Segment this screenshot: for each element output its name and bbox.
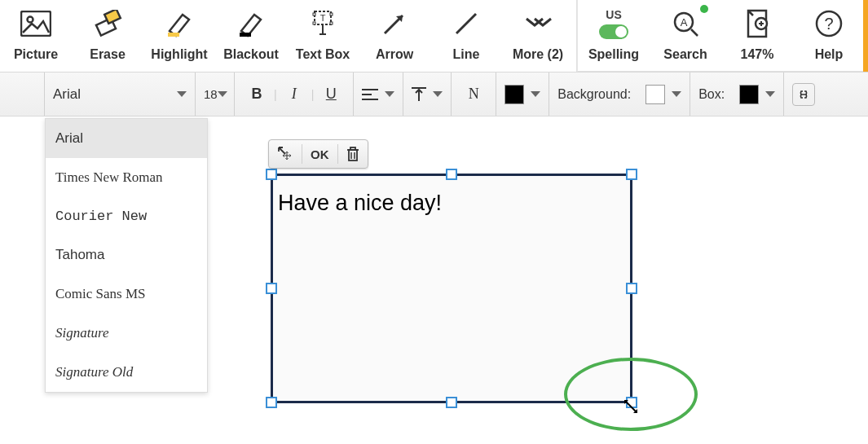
picture-icon <box>20 5 51 42</box>
search-tool[interactable]: A Search <box>650 0 721 72</box>
align-left-icon <box>362 88 378 101</box>
background-color-select[interactable]: Background: <box>549 73 690 116</box>
format-left-pad <box>0 73 45 116</box>
resize-handle-top-left[interactable] <box>266 169 277 180</box>
zoom-tool[interactable]: 147% <box>721 0 793 72</box>
spelling-label: Spelling <box>588 47 639 62</box>
spelling-toggle[interactable] <box>599 24 628 39</box>
toolbar-right-group: US Spelling A Search 147% ? Help <box>577 0 865 72</box>
delete-button[interactable] <box>338 140 368 168</box>
resize-handle-bottom-left[interactable] <box>266 397 277 408</box>
picture-label: Picture <box>14 47 58 62</box>
background-color-swatch <box>645 85 665 104</box>
canvas-workspace[interactable]: Arial Times New Roman Courier New Tahoma… <box>0 116 868 444</box>
textbox-label: Text Box <box>296 47 350 62</box>
svg-rect-27 <box>349 150 357 160</box>
text-color-select[interactable] <box>496 73 549 116</box>
box-color-swatch <box>739 85 759 104</box>
font-option-courier[interactable]: Courier New <box>46 197 207 235</box>
text-style-group: B | I | U <box>235 73 354 116</box>
blackout-icon <box>236 5 266 42</box>
move-icon <box>277 146 293 162</box>
textbox-float-bar: OK <box>268 139 368 169</box>
ok-button[interactable]: OK <box>302 140 337 168</box>
erase-tool[interactable]: Erase <box>72 0 143 72</box>
svg-rect-0 <box>21 11 51 36</box>
box-color-select[interactable]: Box: <box>690 73 784 116</box>
highlight-label: Highlight <box>151 47 207 62</box>
highlight-tool[interactable]: Highlight <box>143 0 215 72</box>
background-label: Background: <box>557 87 631 102</box>
chevron-down-icon <box>177 91 187 97</box>
blackout-tool[interactable]: Blackout <box>215 0 287 72</box>
annotation-ellipse <box>564 358 698 431</box>
line-icon <box>452 5 481 42</box>
font-family-select[interactable]: Arial <box>45 73 196 116</box>
reset-style-button[interactable]: N <box>452 73 496 116</box>
more-icon <box>523 5 553 42</box>
font-option-comic[interactable]: Comic Sans MS <box>46 275 207 314</box>
resize-handle-mid-right[interactable] <box>626 283 637 294</box>
resize-handle-mid-left[interactable] <box>266 283 277 294</box>
resize-handle-top-right[interactable] <box>626 169 637 180</box>
resize-handle-top-mid[interactable] <box>446 169 457 180</box>
svg-line-16 <box>691 29 698 36</box>
underline-button[interactable]: U <box>317 86 345 103</box>
font-option-signature-old[interactable]: Signature Old <box>46 353 207 392</box>
chevron-down-icon <box>433 91 443 97</box>
chevron-down-icon <box>385 91 394 97</box>
line-tool[interactable]: Line <box>430 0 502 72</box>
svg-rect-9 <box>330 13 333 15</box>
resize-handle-bottom-mid[interactable] <box>446 397 457 408</box>
help-label: Help <box>815 47 844 62</box>
spelling-tool[interactable]: US Spelling <box>578 0 650 72</box>
v-align-select[interactable] <box>403 73 452 116</box>
svg-rect-4 <box>168 33 179 37</box>
h-align-select[interactable] <box>354 73 403 116</box>
svg-rect-11 <box>330 22 333 24</box>
format-toolbar: Arial 18 B | I | U N Background: Box: <box>0 72 868 116</box>
svg-rect-3 <box>104 10 121 24</box>
more-tool[interactable]: More (2) <box>502 0 574 72</box>
spelling-lang: US <box>606 8 621 21</box>
svg-text:T: T <box>320 13 326 23</box>
box-label: Box: <box>698 87 725 102</box>
link-button[interactable] <box>792 83 815 106</box>
arrow-tool[interactable]: Arrow <box>359 0 430 72</box>
bold-button[interactable]: B <box>243 86 271 103</box>
spelling-toggle-icon: US <box>599 5 628 42</box>
font-option-times[interactable]: Times New Roman <box>46 158 207 197</box>
svg-rect-10 <box>313 22 315 24</box>
font-family-dropdown: Arial Times New Roman Courier New Tahoma… <box>45 118 208 393</box>
text-box-shape[interactable]: Have a nice day! <box>271 174 632 403</box>
link-icon <box>796 90 811 99</box>
normal-button: N <box>460 86 487 103</box>
arrow-icon <box>380 5 409 42</box>
svg-line-13 <box>456 14 476 33</box>
zoom-label: 147% <box>741 47 774 62</box>
move-handle-button[interactable] <box>269 140 302 168</box>
erase-label: Erase <box>90 47 126 62</box>
svg-rect-5 <box>240 33 251 37</box>
text-box-content[interactable]: Have a nice day! <box>273 176 630 231</box>
italic-button[interactable]: I <box>280 86 308 103</box>
picture-tool[interactable]: Picture <box>0 0 72 72</box>
link-button-seg <box>784 73 823 116</box>
font-option-arial[interactable]: Arial <box>46 119 207 158</box>
font-option-signature[interactable]: Signature <box>46 314 207 353</box>
help-tool[interactable]: ? Help <box>793 0 865 72</box>
svg-line-32 <box>626 402 636 411</box>
search-icon: A <box>671 5 700 42</box>
svg-rect-8 <box>313 13 315 15</box>
textbox-tool[interactable]: T Text Box <box>287 0 359 72</box>
font-option-tahoma[interactable]: Tahoma <box>46 235 207 275</box>
font-size-select[interactable]: 18 <box>196 73 235 116</box>
line-label: Line <box>453 47 480 62</box>
search-indicator-dot <box>700 5 708 13</box>
search-label: Search <box>663 47 707 62</box>
erase-icon <box>93 5 122 42</box>
main-toolbar: Picture Erase Highlight Blackout T Text … <box>0 0 868 72</box>
svg-point-1 <box>28 17 33 23</box>
chevron-down-icon <box>218 91 227 97</box>
textbox-icon: T <box>308 5 337 42</box>
